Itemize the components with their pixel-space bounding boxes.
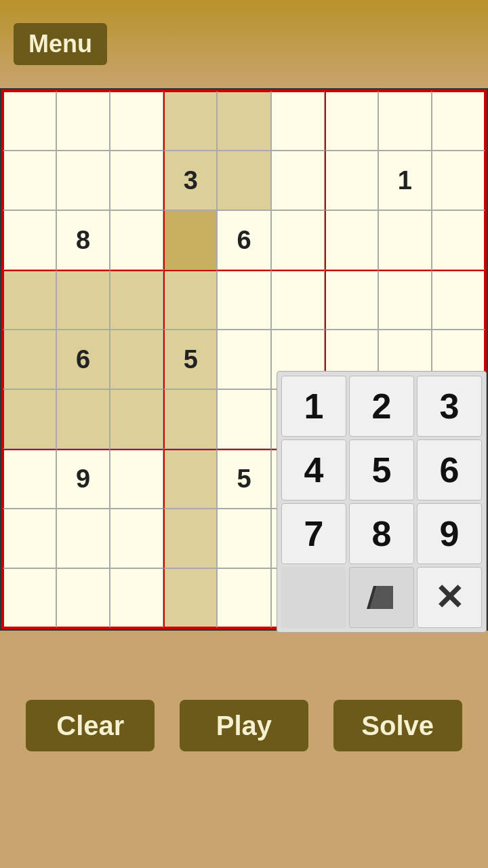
cell-r7-c3[interactable] [110,449,163,509]
cell-r9-c4[interactable] [163,568,217,628]
cell-r3-c2[interactable]: 8 [56,210,110,270]
cell-r7-c4[interactable] [163,449,217,509]
cell-r4-c9[interactable] [432,270,485,330]
cell-r4-c1[interactable] [3,270,56,330]
erase-icon [363,579,400,616]
cell-r3-c1[interactable] [3,210,56,270]
numpad-erase-button[interactable] [349,567,414,628]
cell-r8-c5[interactable] [217,509,270,568]
cell-r6-c3[interactable] [110,389,163,449]
cell-r1-c1[interactable] [3,91,56,151]
cell-r4-c6[interactable] [271,270,325,330]
cell-r1-c2[interactable] [56,91,110,151]
cell-r2-c9[interactable] [432,151,485,210]
cell-r6-c5[interactable] [217,389,270,449]
cell-r3-c4[interactable] [163,210,217,270]
clear-button[interactable]: Clear [26,700,155,751]
cell-r8-c3[interactable] [110,509,163,568]
cell-r2-c5[interactable] [217,151,270,210]
cell-r1-c8[interactable] [378,91,432,151]
cell-r2-c1[interactable] [3,151,56,210]
numpad-3[interactable]: 3 [417,376,482,437]
cell-r7-c1[interactable] [3,449,56,509]
numpad-9[interactable]: 9 [417,503,482,564]
numpad-6[interactable]: 6 [417,439,482,500]
numpad-close-button[interactable]: ✕ [417,567,482,628]
cell-r2-c3[interactable] [110,151,163,210]
cell-r6-c4[interactable] [163,389,217,449]
cell-r5-c5[interactable] [217,330,270,389]
cell-r2-c8[interactable]: 1 [378,151,432,210]
cell-r2-c2[interactable] [56,151,110,210]
cell-r7-c5[interactable]: 5 [217,449,270,509]
cell-r7-c2[interactable]: 9 [56,449,110,509]
numpad-5[interactable]: 5 [349,439,414,500]
cell-r1-c9[interactable] [432,91,485,151]
cell-r5-c1[interactable] [3,330,56,389]
cell-r3-c8[interactable] [378,210,432,270]
cell-r3-c3[interactable] [110,210,163,270]
cell-r4-c8[interactable] [378,270,432,330]
numpad-overlay: 1 2 3 4 5 6 7 8 9 ✕ [277,371,487,633]
cell-r1-c7[interactable] [325,91,378,151]
cell-r1-c6[interactable] [271,91,325,151]
cell-r9-c5[interactable] [217,568,270,628]
sudoku-grid-container: 31866595 1 2 3 4 5 6 7 8 9 ✕ [0,88,488,631]
numpad-2[interactable]: 2 [349,376,414,437]
cell-r5-c4[interactable]: 5 [163,330,217,389]
menu-button[interactable]: Menu [14,23,107,65]
cell-r2-c7[interactable] [325,151,378,210]
numpad-7[interactable]: 7 [281,503,346,564]
cell-r1-c4[interactable] [163,91,217,151]
cell-r1-c5[interactable] [217,91,270,151]
cell-r4-c4[interactable] [163,270,217,330]
cell-r8-c1[interactable] [3,509,56,568]
numpad-8[interactable]: 8 [349,503,414,564]
numpad-empty [281,567,346,628]
cell-r5-c3[interactable] [110,330,163,389]
cell-r5-c2[interactable]: 6 [56,330,110,389]
bottom-toolbar: Clear Play Solve [0,692,488,760]
cell-r4-c5[interactable] [217,270,270,330]
header: Menu [0,0,488,88]
solve-button[interactable]: Solve [333,700,462,751]
cell-r2-c6[interactable] [271,151,325,210]
cell-r2-c4[interactable]: 3 [163,151,217,210]
cell-r3-c5[interactable]: 6 [217,210,270,270]
cell-r9-c3[interactable] [110,568,163,628]
cell-r3-c7[interactable] [325,210,378,270]
cell-r9-c2[interactable] [56,568,110,628]
numpad-4[interactable]: 4 [281,439,346,500]
numpad-1[interactable]: 1 [281,376,346,437]
cell-r9-c1[interactable] [3,568,56,628]
cell-r6-c2[interactable] [56,389,110,449]
cell-r3-c9[interactable] [432,210,485,270]
cell-r4-c3[interactable] [110,270,163,330]
cell-r6-c1[interactable] [3,389,56,449]
cell-r4-c7[interactable] [325,270,378,330]
cell-r8-c2[interactable] [56,509,110,568]
cell-r1-c3[interactable] [110,91,163,151]
cell-r3-c6[interactable] [271,210,325,270]
play-button[interactable]: Play [180,700,308,751]
cell-r8-c4[interactable] [163,509,217,568]
cell-r4-c2[interactable] [56,270,110,330]
